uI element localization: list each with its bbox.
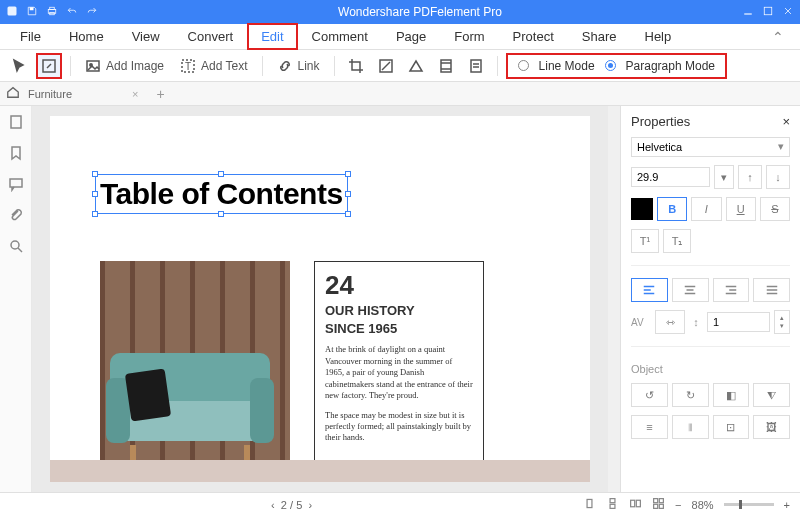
tab-furniture[interactable]: Furniture×	[28, 88, 138, 100]
line-height-input[interactable]	[707, 312, 770, 332]
grow-font[interactable]: ↑	[738, 165, 762, 189]
flip-v[interactable]: ⧨	[753, 383, 790, 407]
save-icon[interactable]	[26, 5, 38, 20]
document-canvas[interactable]: Table of Contents 24 OUR HISTORY SINCE 1…	[32, 106, 608, 492]
menu-form[interactable]: Form	[440, 23, 498, 50]
distribute-v[interactable]: ⫴	[672, 415, 709, 439]
add-text-button[interactable]: TAdd Text	[174, 53, 253, 79]
edit-mode-group: Line Mode Paragraph Mode	[506, 53, 727, 79]
superscript-button[interactable]: T¹	[631, 229, 659, 253]
close-panel-icon[interactable]: ×	[782, 114, 790, 129]
subscript-button[interactable]: T₁	[663, 229, 691, 253]
background-tool[interactable]	[403, 53, 429, 79]
crop-tool[interactable]	[343, 53, 369, 79]
menu-file[interactable]: File	[6, 23, 55, 50]
svg-rect-22	[587, 499, 592, 507]
zoom-level: 88%	[692, 499, 714, 511]
close-icon[interactable]	[782, 5, 794, 20]
tab-close-icon[interactable]: ×	[132, 88, 138, 100]
view-facing-icon[interactable]	[629, 497, 642, 512]
menu-share[interactable]: Share	[568, 23, 631, 50]
char-spacing[interactable]: ⇿	[655, 310, 685, 334]
prev-page[interactable]: ‹	[271, 499, 275, 511]
align-center[interactable]	[672, 278, 709, 302]
section-text-box[interactable]: 24 OUR HISTORY SINCE 1965 At the brink o…	[314, 261, 484, 481]
distribute-h[interactable]: ≡	[631, 415, 668, 439]
line-height-stepper[interactable]: ▴▾	[774, 310, 790, 334]
zoom-out[interactable]: −	[675, 499, 681, 511]
menu-bar: File Home View Convert Edit Comment Page…	[0, 24, 800, 50]
watermark-tool[interactable]	[373, 53, 399, 79]
thumbnails-icon[interactable]	[8, 114, 24, 133]
svg-rect-26	[636, 500, 640, 507]
align-right[interactable]	[713, 278, 750, 302]
align-left[interactable]	[631, 278, 668, 302]
svg-rect-23	[610, 499, 615, 503]
view-grid-icon[interactable]	[652, 497, 665, 512]
svg-rect-0	[8, 6, 17, 15]
minimize-icon[interactable]	[742, 5, 754, 20]
edit-object-tool[interactable]	[36, 53, 62, 79]
new-tab-button[interactable]: +	[156, 86, 164, 102]
add-image-button[interactable]: Add Image	[79, 53, 170, 79]
scrollbar[interactable]	[608, 106, 620, 492]
svg-rect-25	[631, 500, 635, 507]
font-size-input[interactable]	[631, 167, 710, 187]
view-single-icon[interactable]	[583, 497, 596, 512]
print-icon[interactable]	[46, 5, 58, 20]
menu-page[interactable]: Page	[382, 23, 440, 50]
zoom-in[interactable]: +	[784, 499, 790, 511]
rotate-cw[interactable]: ↻	[672, 383, 709, 407]
object-section-label: Object	[631, 363, 790, 375]
rotate-ccw[interactable]: ↺	[631, 383, 668, 407]
menu-comment[interactable]: Comment	[298, 23, 382, 50]
link-button[interactable]: Link	[271, 53, 326, 79]
attachments-icon[interactable]	[8, 207, 24, 226]
shrink-font[interactable]: ↓	[766, 165, 790, 189]
view-continuous-icon[interactable]	[606, 497, 619, 512]
menu-edit[interactable]: Edit	[247, 23, 297, 50]
next-page[interactable]: ›	[308, 499, 312, 511]
italic-button[interactable]: I	[691, 197, 721, 221]
menu-help[interactable]: Help	[631, 23, 686, 50]
selected-text-box[interactable]: Table of Contents	[95, 174, 348, 214]
bates-tool[interactable]	[463, 53, 489, 79]
font-size-down[interactable]: ▾	[714, 165, 734, 189]
font-color-swatch[interactable]	[631, 198, 653, 220]
document-tabs: Furniture× +	[0, 82, 800, 106]
app-title: Wondershare PDFelement Pro	[98, 5, 742, 19]
replace-image[interactable]: 🖼	[753, 415, 790, 439]
menu-protect[interactable]: Protect	[499, 23, 568, 50]
svg-rect-20	[10, 179, 22, 187]
svg-rect-29	[654, 504, 658, 508]
svg-rect-24	[610, 504, 615, 508]
maximize-icon[interactable]	[762, 5, 774, 20]
font-select[interactable]	[631, 137, 790, 157]
menu-view[interactable]: View	[118, 23, 174, 50]
section-image	[100, 261, 290, 481]
flip-h[interactable]: ◧	[713, 383, 750, 407]
status-bar: ‹ 2 / 5 › − 88% +	[0, 492, 800, 516]
redo-icon[interactable]	[86, 5, 98, 20]
strike-button[interactable]: S	[760, 197, 790, 221]
zoom-slider[interactable]	[724, 503, 774, 506]
line-mode-radio[interactable]	[518, 60, 529, 71]
align-justify[interactable]	[753, 278, 790, 302]
svg-rect-13	[441, 60, 451, 72]
underline-button[interactable]: U	[726, 197, 756, 221]
select-tool[interactable]	[6, 53, 32, 79]
undo-icon[interactable]	[66, 5, 78, 20]
header-footer-tool[interactable]	[433, 53, 459, 79]
bold-button[interactable]: B	[657, 197, 687, 221]
collapse-ribbon-icon[interactable]: ⌃	[762, 29, 794, 45]
menu-convert[interactable]: Convert	[174, 23, 248, 50]
bookmarks-icon[interactable]	[8, 145, 24, 164]
paragraph-mode-radio[interactable]	[605, 60, 616, 71]
crop-object[interactable]: ⊡	[713, 415, 750, 439]
search-icon[interactable]	[8, 238, 24, 257]
menu-home[interactable]: Home	[55, 23, 118, 50]
svg-rect-19	[11, 116, 21, 128]
comments-icon[interactable]	[8, 176, 24, 195]
svg-rect-28	[659, 499, 663, 503]
home-tab-icon[interactable]	[6, 85, 20, 102]
